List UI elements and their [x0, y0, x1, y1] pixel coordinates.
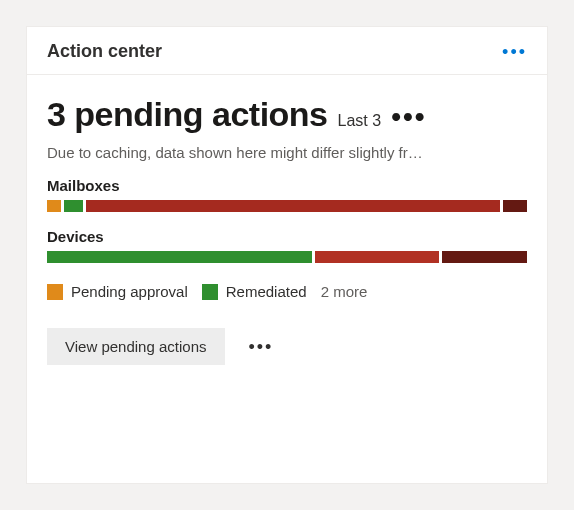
devices-bar: [47, 251, 527, 263]
ellipsis-icon: •••: [391, 103, 426, 131]
mailboxes-bar: [47, 200, 527, 212]
view-pending-actions-button[interactable]: View pending actions: [47, 328, 225, 365]
card-header: Action center •••: [27, 27, 547, 75]
timeframe-label: Last 3: [338, 112, 382, 130]
legend-swatch-pending-approval: [47, 284, 63, 300]
legend-item-pending-approval: Pending approval: [47, 283, 188, 300]
headline-row: 3 pending actions Last 3 •••: [47, 95, 527, 134]
footer-row: View pending actions •••: [47, 328, 527, 365]
mailboxes-seg-1: [64, 200, 83, 212]
card-body: 3 pending actions Last 3 ••• Due to cach…: [27, 75, 547, 385]
mailboxes-label: Mailboxes: [47, 177, 527, 194]
more-options-icon[interactable]: •••: [502, 43, 527, 61]
legend-label-pending-approval: Pending approval: [71, 283, 188, 300]
devices-seg-0: [47, 251, 312, 263]
legend-swatch-remediated: [202, 284, 218, 300]
devices-seg-1: [315, 251, 438, 263]
action-center-card: Action center ••• 3 pending actions Last…: [26, 26, 548, 484]
footer-more-icon[interactable]: •••: [249, 338, 274, 356]
mailboxes-seg-2: [86, 200, 501, 212]
legend: Pending approval Remediated 2 more: [47, 283, 527, 300]
mailboxes-seg-3: [503, 200, 527, 212]
pending-actions-headline: 3 pending actions: [47, 95, 328, 134]
devices-label: Devices: [47, 228, 527, 245]
card-title: Action center: [47, 41, 162, 62]
caching-note: Due to caching, data shown here might di…: [47, 144, 527, 161]
legend-item-remediated: Remediated: [202, 283, 307, 300]
devices-seg-2: [442, 251, 527, 263]
legend-more[interactable]: 2 more: [321, 283, 368, 300]
mailboxes-seg-0: [47, 200, 61, 212]
legend-label-remediated: Remediated: [226, 283, 307, 300]
